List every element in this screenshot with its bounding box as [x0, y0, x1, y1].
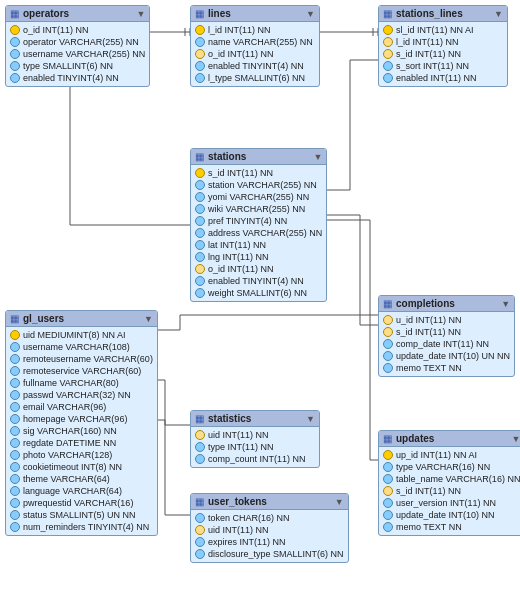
field-row: l_type SMALLINT(6) NN: [191, 72, 319, 84]
field-icon: [10, 486, 20, 496]
field-row: memo TEXT NN: [379, 521, 520, 533]
table-body-completions: u_id INT(11) NNs_id INT(11) NNcomp_date …: [379, 312, 514, 376]
field-row: user_version INT(11) NN: [379, 497, 520, 509]
table-header-user_tokens[interactable]: ▦user_tokens▼: [191, 494, 348, 510]
table-user_tokens: ▦user_tokens▼token CHAR(16) NNuid INT(11…: [190, 493, 349, 563]
field-icon: [10, 402, 20, 412]
table-name-completions: completions: [396, 298, 455, 309]
field-icon: [195, 442, 205, 452]
table-header-operators[interactable]: ▦operators▼: [6, 6, 149, 22]
fk-icon: [383, 315, 393, 325]
field-text: uid INT(11) NN: [208, 430, 269, 440]
table-dropdown-statistics[interactable]: ▼: [306, 414, 315, 424]
field-row: enabled TINYINT(4) NN: [191, 60, 319, 72]
table-dropdown-stations[interactable]: ▼: [313, 152, 322, 162]
table-operators: ▦operators▼o_id INT(11) NNoperator VARCH…: [5, 5, 150, 87]
field-text: passwd VARCHAR(32) NN: [23, 390, 131, 400]
table-dropdown-operators[interactable]: ▼: [136, 9, 145, 19]
field-icon: [10, 73, 20, 83]
field-text: l_id INT(11) NN: [396, 37, 459, 47]
table-dropdown-updates[interactable]: ▼: [511, 434, 520, 444]
table-header-completions[interactable]: ▦completions▼: [379, 296, 514, 312]
field-icon: [195, 61, 205, 71]
field-row: regdate DATETIME NN: [6, 437, 157, 449]
field-icon: [10, 426, 20, 436]
field-icon: [195, 180, 205, 190]
table-stations: ▦stations▼s_id INT(11) NNstation VARCHAR…: [190, 148, 327, 302]
table-body-stations: s_id INT(11) NNstation VARCHAR(255) NNyo…: [191, 165, 326, 301]
field-icon: [195, 73, 205, 83]
table-icon-completions: ▦: [383, 298, 392, 309]
field-text: status SMALLINT(5) UN NN: [23, 510, 136, 520]
field-text: photo VARCHAR(128): [23, 450, 112, 460]
field-row: enabled TINYINT(4) NN: [191, 275, 326, 287]
field-row: update_date INT(10) UN NN: [379, 350, 514, 362]
table-header-stations[interactable]: ▦stations▼: [191, 149, 326, 165]
field-row: type SMALLINT(6) NN: [6, 60, 149, 72]
field-row: language VARCHAR(64): [6, 485, 157, 497]
field-row: num_reminders TINYINT(4) NN: [6, 521, 157, 533]
field-text: username VARCHAR(255) NN: [23, 49, 145, 59]
field-text: s_sort INT(11) NN: [396, 61, 469, 71]
table-dropdown-gl_users[interactable]: ▼: [144, 314, 153, 324]
table-header-statistics[interactable]: ▦statistics▼: [191, 411, 319, 427]
field-text: up_id INT(11) NN AI: [396, 450, 477, 460]
field-text: o_id INT(11) NN: [208, 264, 274, 274]
field-row: uid INT(11) NN: [191, 429, 319, 441]
table-body-gl_users: uid MEDIUMINT(8) NN AIusername VARCHAR(1…: [6, 327, 157, 535]
pk-icon: [195, 25, 205, 35]
table-header-gl_users[interactable]: ▦gl_users▼: [6, 311, 157, 327]
field-icon: [10, 438, 20, 448]
field-row: cookietimeout INT(8) NN: [6, 461, 157, 473]
table-header-updates[interactable]: ▦updates▼: [379, 431, 520, 447]
field-icon: [383, 351, 393, 361]
field-row: weight SMALLINT(6) NN: [191, 287, 326, 299]
field-text: name VARCHAR(255) NN: [208, 37, 313, 47]
field-icon: [195, 276, 205, 286]
table-stations_lines: ▦stations_lines▼sl_id INT(11) NN AIl_id …: [378, 5, 508, 87]
field-row: uid MEDIUMINT(8) NN AI: [6, 329, 157, 341]
field-text: num_reminders TINYINT(4) NN: [23, 522, 149, 532]
field-text: table_name VARCHAR(16) NN: [396, 474, 520, 484]
field-icon: [10, 462, 20, 472]
field-icon: [383, 474, 393, 484]
fk-icon: [383, 49, 393, 59]
table-updates: ▦updates▼up_id INT(11) NN AItype VARCHAR…: [378, 430, 520, 536]
table-dropdown-completions[interactable]: ▼: [501, 299, 510, 309]
field-text: address VARCHAR(255) NN: [208, 228, 322, 238]
table-body-operators: o_id INT(11) NNoperator VARCHAR(255) NNu…: [6, 22, 149, 86]
field-icon: [195, 288, 205, 298]
field-text: sig VARCHAR(160) NN: [23, 426, 117, 436]
field-icon: [195, 513, 205, 523]
fk-icon: [383, 37, 393, 47]
field-row: status SMALLINT(5) UN NN: [6, 509, 157, 521]
field-text: remoteservice VARCHAR(60): [23, 366, 141, 376]
table-dropdown-stations_lines[interactable]: ▼: [494, 9, 503, 19]
table-completions: ▦completions▼u_id INT(11) NNs_id INT(11)…: [378, 295, 515, 377]
field-text: enabled TINYINT(4) NN: [208, 276, 304, 286]
table-dropdown-lines[interactable]: ▼: [306, 9, 315, 19]
field-icon: [195, 228, 205, 238]
field-icon: [195, 216, 205, 226]
pk-icon: [10, 330, 20, 340]
field-row: table_name VARCHAR(16) NN: [379, 473, 520, 485]
field-icon: [10, 414, 20, 424]
field-text: memo TEXT NN: [396, 363, 462, 373]
field-icon: [383, 339, 393, 349]
field-row: wiki VARCHAR(255) NN: [191, 203, 326, 215]
field-icon: [10, 366, 20, 376]
table-header-lines[interactable]: ▦lines▼: [191, 6, 319, 22]
field-text: sl_id INT(11) NN AI: [396, 25, 474, 35]
field-text: s_id INT(11) NN: [208, 168, 273, 178]
table-name-lines: lines: [208, 8, 231, 19]
field-text: theme VARCHAR(64): [23, 474, 110, 484]
field-text: type VARCHAR(16) NN: [396, 462, 490, 472]
pk-icon: [195, 168, 205, 178]
field-row: pwrequestid VARCHAR(16): [6, 497, 157, 509]
field-text: user_version INT(11) NN: [396, 498, 496, 508]
field-text: enabled TINYINT(4) NN: [208, 61, 304, 71]
field-text: type SMALLINT(6) NN: [23, 61, 113, 71]
table-header-stations_lines[interactable]: ▦stations_lines▼: [379, 6, 507, 22]
table-dropdown-user_tokens[interactable]: ▼: [335, 497, 344, 507]
field-text: l_type SMALLINT(6) NN: [208, 73, 305, 83]
